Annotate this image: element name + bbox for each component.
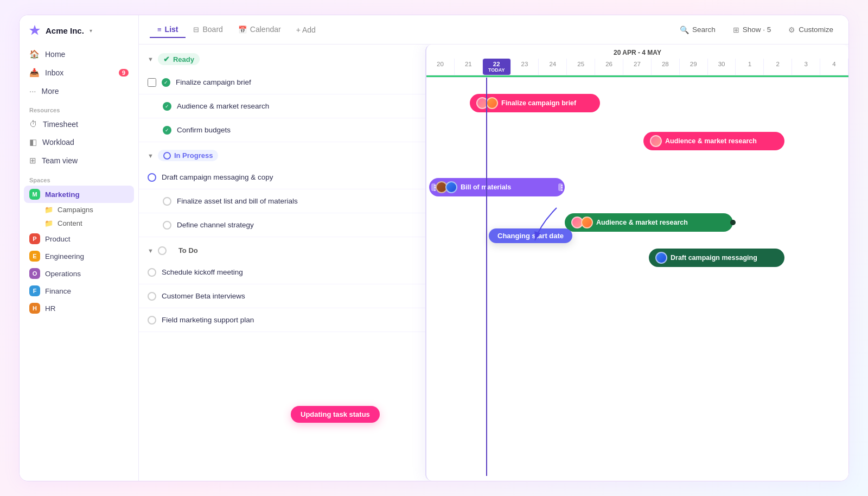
sidebar-item-finance[interactable]: F Finance	[24, 282, 134, 300]
task-status-check-icon: ✓	[163, 102, 171, 111]
gantt-date-cell: 26	[595, 59, 623, 75]
team-view-icon: ⊞	[29, 156, 36, 166]
gantt-date-cell: 24	[539, 59, 567, 75]
gantt-bar-bill[interactable]: ⋮ Bill of materials ⋮	[429, 178, 565, 196]
sidebar-logo[interactable]: Acme Inc. ▾	[20, 24, 138, 46]
engineering-label: Engineering	[45, 252, 84, 260]
customize-icon: ⚙	[788, 26, 795, 34]
sidebar: Acme Inc. ▾ 🏠 Home 📥 Inbox 9 ··· More Re…	[20, 15, 139, 481]
product-dot: P	[29, 233, 40, 244]
calendar-tab-label: Calendar	[250, 25, 281, 34]
task-status-check-icon: ✓	[162, 78, 170, 87]
spaces-section-label: Spaces	[20, 169, 138, 186]
operations-label: Operations	[45, 270, 81, 278]
customize-button[interactable]: ⚙ Customize	[784, 23, 838, 37]
task-status-empty-icon	[148, 316, 156, 325]
gantt-bar-label: Audience & market research	[596, 219, 688, 226]
campaigns-label: Campaigns	[58, 206, 93, 214]
tab-board[interactable]: ⊟ Board	[186, 22, 230, 38]
sidebar-item-workload[interactable]: ◧ Workload	[24, 133, 134, 151]
gantt-bar-label: Draft campaign messaging	[671, 254, 757, 262]
team-view-label: Team view	[42, 156, 78, 165]
gantt-bar-draft[interactable]: Draft campaign messaging	[649, 249, 784, 267]
todo-badge: To Do	[173, 245, 203, 256]
gantt-bar-label: Finalize campaign brief	[501, 99, 576, 107]
task-list-area: ▼ ✔ Ready + ✓ Finalize campaign brief ⚑	[139, 44, 848, 481]
search-button[interactable]: 🔍 Search	[675, 23, 720, 37]
sidebar-item-team-view[interactable]: ⊞ Team view	[24, 152, 134, 169]
task-status-empty-icon	[163, 197, 171, 206]
bar-right-handle[interactable]: ⋮	[558, 183, 563, 191]
gantt-date-cell: 3	[792, 59, 820, 75]
bar-avatar	[655, 252, 667, 264]
list-tab-icon: ≡	[157, 26, 162, 34]
calendar-tab-icon: 📅	[238, 26, 247, 34]
gantt-date-cell: 29	[680, 59, 708, 75]
company-name: Acme Inc.	[46, 26, 84, 35]
list-tab-label: List	[165, 25, 178, 34]
sidebar-item-engineering[interactable]: E Engineering	[24, 247, 134, 265]
sidebar-item-inbox[interactable]: 📥 Inbox 9	[24, 64, 134, 81]
hr-label: HR	[45, 304, 56, 313]
home-icon: 🏠	[29, 49, 40, 59]
gantt-date-cell: 25	[567, 59, 595, 75]
gantt-bar-finalize[interactable]: Finalize campaign brief	[470, 94, 600, 112]
task-status-check-icon: ✓	[163, 126, 171, 135]
task-checkbox[interactable]	[148, 78, 156, 87]
sidebar-item-home[interactable]: 🏠 Home	[24, 46, 134, 63]
collapse-todo-icon: ▼	[148, 247, 154, 254]
task-status-empty-icon	[148, 292, 156, 301]
main-content: ≡ List ⊟ Board 📅 Calendar + Add 🔍	[139, 15, 848, 481]
sidebar-item-hr[interactable]: H HR	[24, 300, 134, 317]
gantt-date-cell: 27	[623, 59, 652, 75]
inbox-badge: 9	[119, 69, 129, 77]
show-label: Show · 5	[743, 26, 771, 34]
tab-list[interactable]: ≡ List	[150, 22, 186, 38]
search-icon: 🔍	[680, 26, 689, 34]
gantt-date-cell: 1	[736, 59, 764, 75]
bar-avatar	[650, 135, 662, 147]
campaigns-folder-icon: 📁	[44, 206, 53, 214]
sidebar-sub-content[interactable]: 📁 Content	[24, 217, 134, 230]
collapse-in-progress-icon: ▼	[148, 152, 154, 159]
bar-avatar	[445, 181, 457, 193]
updating-tooltip: Updating task status	[291, 406, 380, 423]
gantt-dates: 20 21 22 TODAY 23 24 25 26 27 28 29 30	[426, 59, 848, 75]
sidebar-sub-campaigns[interactable]: 📁 Campaigns	[24, 203, 134, 217]
show-button[interactable]: ⊞ Show · 5	[729, 23, 776, 37]
finance-label: Finance	[45, 287, 71, 295]
finance-dot: F	[29, 285, 40, 296]
marketing-label: Marketing	[45, 190, 80, 199]
task-status-circle-icon	[148, 173, 156, 182]
gantt-overlay: 20 APR - 4 MAY 20 21 22 TODAY 23 24 25 2…	[425, 44, 848, 481]
sidebar-item-product[interactable]: P Product	[24, 230, 134, 247]
gantt-progress-line	[426, 75, 848, 77]
ready-label: Ready	[173, 55, 194, 63]
ready-badge: ✔ Ready	[158, 53, 200, 65]
add-view-button[interactable]: + Add	[289, 22, 323, 37]
sidebar-item-marketing[interactable]: M Marketing	[24, 186, 134, 203]
today-label: TODAY	[483, 67, 510, 73]
tab-calendar[interactable]: 📅 Calendar	[231, 22, 289, 38]
add-label: + Add	[296, 26, 316, 34]
sidebar-item-operations[interactable]: O Operations	[24, 265, 134, 282]
sidebar-item-more[interactable]: ··· More	[24, 82, 134, 99]
changing-start-date-label: Changing start date	[497, 232, 564, 240]
show-icon: ⊞	[733, 26, 739, 34]
more-label: More	[42, 87, 59, 96]
gantt-bar-audience-green[interactable]: Audience & market research	[565, 213, 733, 232]
task-status-empty-icon	[163, 221, 171, 230]
sidebar-item-timesheet[interactable]: ⏱ Timesheet	[24, 116, 134, 132]
board-tab-icon: ⊟	[193, 26, 199, 34]
customize-label: Customize	[799, 26, 833, 34]
logo-icon	[28, 24, 41, 37]
marketing-dot: M	[29, 189, 40, 200]
changing-start-date-tooltip: Changing start date	[489, 228, 572, 243]
engineering-dot: E	[29, 251, 40, 262]
gantt-today-line	[486, 78, 487, 476]
collapse-ready-icon: ▼	[148, 56, 154, 62]
app-container: Acme Inc. ▾ 🏠 Home 📥 Inbox 9 ··· More Re…	[19, 15, 849, 481]
timesheet-icon: ⏱	[29, 119, 37, 129]
bar-left-handle[interactable]: ⋮	[431, 183, 436, 191]
gantt-bar-audience[interactable]: Audience & market research	[643, 132, 784, 150]
